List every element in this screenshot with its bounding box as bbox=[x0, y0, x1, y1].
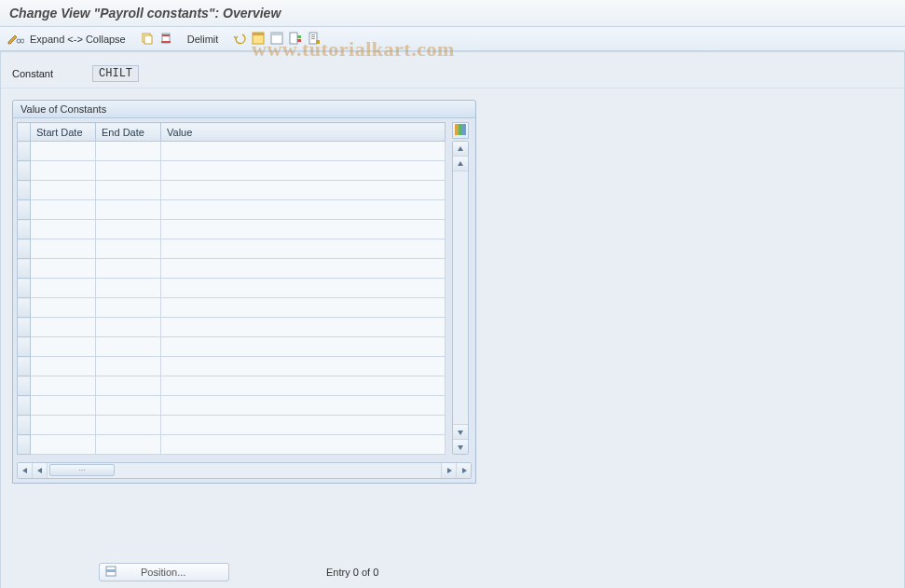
cell-start_date[interactable] bbox=[31, 279, 96, 298]
scroll-last-button[interactable] bbox=[456, 463, 471, 478]
cell-value[interactable] bbox=[161, 220, 446, 239]
cell-end_date[interactable] bbox=[96, 161, 161, 181]
col-end-date[interactable]: End Date bbox=[96, 123, 161, 142]
cell-end_date[interactable] bbox=[96, 259, 161, 279]
cell-start_date[interactable] bbox=[31, 181, 96, 200]
cell-end_date[interactable] bbox=[96, 357, 161, 376]
cell-start_date[interactable] bbox=[31, 318, 96, 337]
scroll-left-button[interactable] bbox=[33, 463, 48, 478]
position-button[interactable]: Position... bbox=[99, 563, 229, 581]
svg-rect-32 bbox=[106, 569, 116, 572]
svg-marker-27 bbox=[22, 468, 27, 473]
row-selector[interactable] bbox=[18, 239, 31, 259]
row-selector[interactable] bbox=[18, 181, 31, 200]
cell-end_date[interactable] bbox=[96, 298, 161, 318]
toggle-edit-button[interactable] bbox=[7, 32, 24, 47]
svg-marker-30 bbox=[462, 468, 467, 473]
cell-start_date[interactable] bbox=[31, 337, 96, 357]
row-selector-header[interactable] bbox=[18, 123, 31, 142]
undo-icon bbox=[233, 32, 246, 47]
row-selector[interactable] bbox=[18, 220, 31, 239]
row-selector[interactable] bbox=[18, 318, 31, 337]
row-selector[interactable] bbox=[18, 357, 31, 376]
delimit-button[interactable]: Delimit bbox=[187, 34, 219, 45]
svg-rect-12 bbox=[297, 35, 301, 38]
cell-start_date[interactable] bbox=[31, 239, 96, 259]
cell-value[interactable] bbox=[161, 259, 446, 279]
cell-value[interactable] bbox=[161, 376, 446, 396]
cell-end_date[interactable] bbox=[96, 416, 161, 435]
copy-button[interactable] bbox=[141, 32, 154, 47]
cell-start_date[interactable] bbox=[31, 357, 96, 376]
scroll-right-button[interactable] bbox=[441, 463, 456, 478]
cell-value[interactable] bbox=[161, 200, 446, 220]
cell-end_date[interactable] bbox=[96, 376, 161, 396]
undo-button[interactable] bbox=[233, 32, 246, 47]
cell-start_date[interactable] bbox=[31, 298, 96, 318]
row-selector[interactable] bbox=[18, 298, 31, 318]
table-row bbox=[18, 200, 446, 220]
cell-value[interactable] bbox=[161, 318, 446, 337]
cell-end_date[interactable] bbox=[96, 220, 161, 239]
col-value[interactable]: Value bbox=[161, 123, 446, 142]
select-all-button[interactable] bbox=[252, 32, 265, 47]
cell-start_date[interactable] bbox=[31, 259, 96, 279]
row-selector[interactable] bbox=[18, 142, 31, 161]
cell-value[interactable] bbox=[161, 239, 446, 259]
cell-value[interactable] bbox=[161, 435, 446, 455]
cell-end_date[interactable] bbox=[96, 318, 161, 337]
cell-start_date[interactable] bbox=[31, 200, 96, 220]
cell-end_date[interactable] bbox=[96, 142, 161, 161]
cell-end_date[interactable] bbox=[96, 435, 161, 455]
expand-collapse-button[interactable]: Expand <-> Collapse bbox=[30, 34, 126, 45]
config-button[interactable] bbox=[289, 32, 302, 47]
col-start-date[interactable]: Start Date bbox=[31, 123, 96, 142]
cell-end_date[interactable] bbox=[96, 396, 161, 416]
scroll-down-button[interactable] bbox=[453, 439, 468, 454]
table-settings-button[interactable] bbox=[452, 122, 469, 139]
row-selector[interactable] bbox=[18, 161, 31, 181]
row-selector[interactable] bbox=[18, 279, 31, 298]
scroll-first-button[interactable] bbox=[18, 463, 33, 478]
cell-value[interactable] bbox=[161, 337, 446, 357]
cell-start_date[interactable] bbox=[31, 161, 96, 181]
deselect-all-button[interactable] bbox=[270, 32, 283, 47]
cell-end_date[interactable] bbox=[96, 200, 161, 220]
scroll-up-button[interactable] bbox=[453, 142, 468, 157]
cell-value[interactable] bbox=[161, 416, 446, 435]
cell-start_date[interactable] bbox=[31, 396, 96, 416]
print-button[interactable] bbox=[308, 32, 321, 47]
cell-end_date[interactable] bbox=[96, 279, 161, 298]
cell-end_date[interactable] bbox=[96, 181, 161, 200]
row-selector[interactable] bbox=[18, 259, 31, 279]
row-selector[interactable] bbox=[18, 435, 31, 455]
horizontal-scrollbar[interactable]: ··· bbox=[17, 462, 472, 479]
row-selector[interactable] bbox=[18, 416, 31, 435]
select-all-icon bbox=[252, 32, 265, 47]
cell-start_date[interactable] bbox=[31, 435, 96, 455]
row-selector[interactable] bbox=[18, 337, 31, 357]
scroll-track[interactable]: ··· bbox=[48, 463, 441, 478]
cell-value[interactable] bbox=[161, 396, 446, 416]
row-selector[interactable] bbox=[18, 200, 31, 220]
cell-start_date[interactable] bbox=[31, 142, 96, 161]
cell-value[interactable] bbox=[161, 161, 446, 181]
cell-value[interactable] bbox=[161, 279, 446, 298]
delete-button[interactable] bbox=[159, 32, 172, 47]
scroll-thumb[interactable]: ··· bbox=[49, 464, 115, 476]
cell-start_date[interactable] bbox=[31, 416, 96, 435]
cell-value[interactable] bbox=[161, 142, 446, 161]
row-selector[interactable] bbox=[18, 376, 31, 396]
cell-end_date[interactable] bbox=[96, 337, 161, 357]
cell-end_date[interactable] bbox=[96, 239, 161, 259]
row-selector[interactable] bbox=[18, 396, 31, 416]
cell-value[interactable] bbox=[161, 357, 446, 376]
scroll-up-step-button[interactable] bbox=[453, 157, 468, 171]
vertical-scrollbar[interactable] bbox=[452, 141, 469, 455]
cell-value[interactable] bbox=[161, 298, 446, 318]
svg-rect-21 bbox=[459, 124, 462, 135]
cell-start_date[interactable] bbox=[31, 376, 96, 396]
scroll-down-step-button[interactable] bbox=[453, 424, 468, 439]
cell-value[interactable] bbox=[161, 181, 446, 200]
cell-start_date[interactable] bbox=[31, 220, 96, 239]
